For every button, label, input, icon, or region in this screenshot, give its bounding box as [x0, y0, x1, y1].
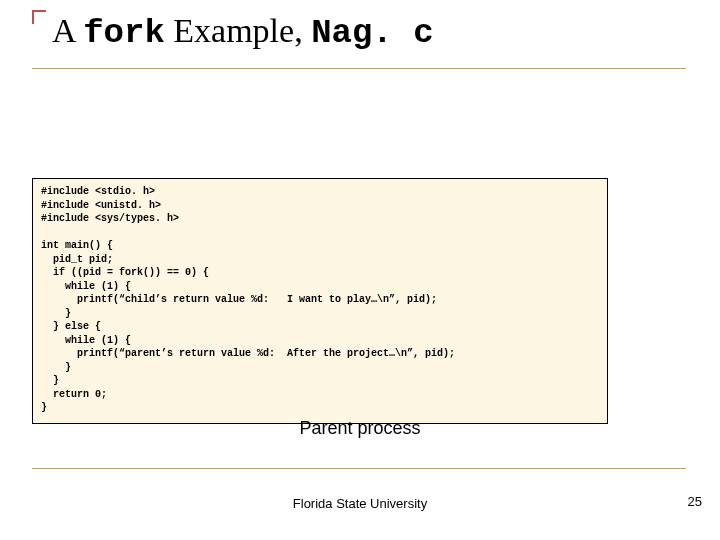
code-block: #include <stdio. h> #include <unistd. h>… [32, 178, 608, 424]
slide-title: A fork Example, Nag. c [52, 12, 434, 52]
title-text-b: Example, [165, 12, 311, 49]
title-code-fork: fork [83, 14, 165, 52]
title-code-file: Nag. c [311, 14, 433, 52]
page-number: 25 [688, 494, 702, 509]
title-text-a: A [52, 12, 83, 49]
title-divider [32, 68, 686, 69]
slide: A fork Example, Nag. c #include <stdio. … [0, 0, 720, 540]
corner-accent [32, 10, 46, 24]
footer-text: Florida State University [0, 496, 720, 511]
footer-divider [32, 468, 686, 469]
caption-text: Parent process [0, 418, 720, 439]
